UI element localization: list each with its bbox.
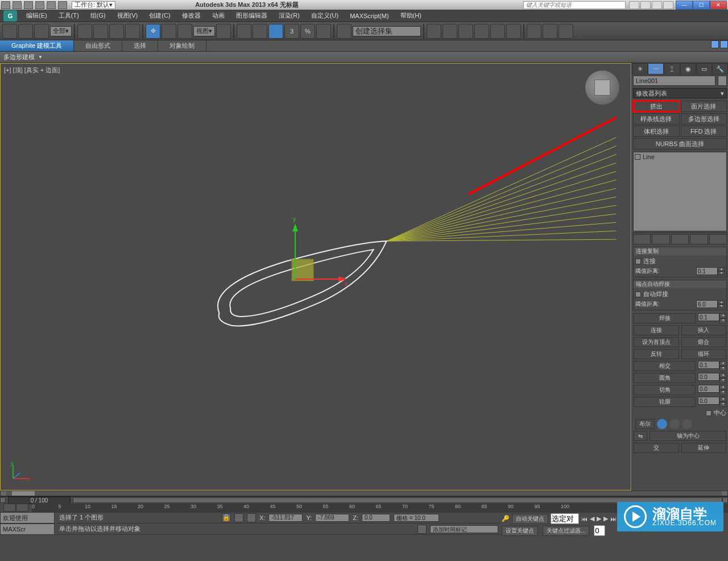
absolute-mode-icon[interactable] <box>234 513 243 522</box>
help-search-input[interactable] <box>523 1 626 9</box>
scrollbar-thumb[interactable] <box>12 491 35 496</box>
chamfer-spinner[interactable]: ▴▾ <box>698 385 726 395</box>
bool-intersect-icon[interactable] <box>682 419 692 429</box>
menu-tools[interactable]: 工具(T) <box>53 10 85 22</box>
intersect-button[interactable]: 相交 <box>634 361 696 371</box>
fuse-button[interactable]: 熔合 <box>681 337 727 347</box>
modifier-volume-select[interactable]: 体积选择 <box>633 126 680 137</box>
cycle-button[interactable]: 循环 <box>681 349 727 359</box>
ribbon-subtab-polymodel[interactable]: 多边形建模 <box>3 53 35 61</box>
select-scale-icon[interactable] <box>177 24 192 39</box>
xyz-icon[interactable] <box>247 513 256 522</box>
modifier-ffd-select[interactable]: FFD 选择 <box>681 126 727 137</box>
connect-checkbox[interactable]: 连接 <box>635 257 725 265</box>
rollout-header[interactable]: 连接复制 <box>634 247 726 255</box>
modify-tab-icon[interactable]: 〰 <box>648 63 664 74</box>
menu-create[interactable]: 创建(C) <box>143 10 176 22</box>
maxscript-listener[interactable]: MAXScr <box>0 523 55 535</box>
time-icon1[interactable] <box>3 504 16 512</box>
scroll-left-icon[interactable] <box>1 491 6 496</box>
intersect-spinner[interactable]: ▴▾ <box>698 361 726 371</box>
ribbon-tab-graphite[interactable]: Graphite 建模工具 <box>0 40 74 51</box>
undo-icon[interactable] <box>35 1 44 9</box>
play-start-icon[interactable]: ⏮ <box>581 516 588 522</box>
play-prev-icon[interactable]: ◀ <box>590 515 594 522</box>
menu-rendering[interactable]: 渲染(R) <box>273 10 305 22</box>
star-icon[interactable] <box>652 1 662 9</box>
material-editor-icon[interactable] <box>506 24 521 39</box>
search-go-icon[interactable] <box>629 1 639 9</box>
insert-button[interactable]: 插入 <box>681 325 727 335</box>
stack-expand-icon[interactable] <box>635 154 640 160</box>
auto-key-button[interactable]: 自动关键点 <box>512 514 548 524</box>
redo-icon[interactable] <box>47 1 56 9</box>
schematic-view-icon[interactable] <box>490 24 505 39</box>
weld-spinner[interactable]: ▴▾ <box>698 313 726 323</box>
make-unique-icon[interactable] <box>671 234 689 244</box>
weld-button[interactable]: 焊接 <box>634 313 696 323</box>
menu-views[interactable]: 视图(V) <box>111 10 144 22</box>
window-crossing-icon[interactable] <box>125 24 140 39</box>
set-key-button[interactable]: 设置关键点 <box>502 526 538 536</box>
select-object-icon[interactable] <box>77 24 92 39</box>
center-checkbox[interactable]: 中心 <box>634 409 726 417</box>
display-tab-icon[interactable]: ▭ <box>696 63 712 74</box>
select-move-icon[interactable]: ✥ <box>146 24 160 39</box>
show-end-result-icon[interactable] <box>652 234 669 244</box>
time-tag-icon[interactable] <box>417 525 427 534</box>
current-frame-field[interactable] <box>594 525 605 536</box>
chamfer-button[interactable]: 切角 <box>634 385 696 395</box>
menu-modifiers[interactable]: 修改器 <box>176 10 206 22</box>
modifier-extrude[interactable]: 挤出 <box>633 101 680 112</box>
use-pivot-icon[interactable] <box>216 24 231 39</box>
curve-editor-icon[interactable] <box>474 24 489 39</box>
viewport[interactable]: [+] [顶] [真实 + 边面] <box>0 63 631 491</box>
utilities-tab-icon[interactable]: 🔧 <box>712 63 728 74</box>
outline-button[interactable]: 轮廓 <box>634 397 696 407</box>
maximize-button[interactable]: ☐ <box>693 1 710 10</box>
motion-tab-icon[interactable]: ◉ <box>680 63 696 74</box>
threshold-spinner[interactable]: ▴▾ <box>696 267 725 275</box>
select-region-icon[interactable] <box>109 24 124 39</box>
menu-group[interactable]: 组(G) <box>85 10 111 22</box>
viewport-scrollbar-h[interactable] <box>0 491 728 496</box>
lock-selection-icon[interactable]: 🔒 <box>222 513 231 522</box>
y-coord-field[interactable] <box>315 514 349 522</box>
modifier-stack[interactable]: Line <box>633 152 727 231</box>
configure-sets-icon[interactable] <box>709 234 727 244</box>
time-left-icon[interactable] <box>0 497 6 503</box>
help-icon[interactable] <box>663 1 673 9</box>
fillet-button[interactable]: 圆角 <box>634 373 696 383</box>
scroll-right-icon[interactable] <box>722 491 727 496</box>
link-icon[interactable] <box>58 1 67 9</box>
time-icon2[interactable] <box>16 504 28 512</box>
select-link-icon[interactable] <box>2 24 17 39</box>
reverse-button[interactable]: 反转 <box>634 349 679 359</box>
menu-graph-editors[interactable]: 图形编辑器 <box>230 10 273 22</box>
menu-maxscript[interactable]: MAXScript(M) <box>344 10 394 22</box>
selection-filter-dropdown[interactable]: 全部 ▾ <box>50 26 72 36</box>
ribbon-tab-selection[interactable]: 选择 <box>122 40 158 51</box>
play-end-icon[interactable]: ⏭ <box>610 516 617 522</box>
edit-named-sel-icon[interactable] <box>337 24 351 39</box>
modifier-face-select[interactable]: 面片选择 <box>681 101 727 112</box>
keyboard-shortcut-icon[interactable] <box>253 24 267 39</box>
color-swatch[interactable] <box>718 76 727 86</box>
select-by-name-icon[interactable] <box>93 24 108 39</box>
rollout-header[interactable]: 端点自动焊接 <box>634 280 726 288</box>
play-next-icon[interactable]: ▶ <box>603 515 608 522</box>
object-name-field[interactable]: Line001 <box>633 76 715 86</box>
pin-stack-icon[interactable] <box>633 234 651 244</box>
open-icon[interactable] <box>13 1 22 9</box>
menu-help[interactable]: 帮助(H) <box>395 10 427 22</box>
bind-spacewarp-icon[interactable] <box>34 24 49 39</box>
ribbon-tab-freeform[interactable]: 自由形式 <box>74 40 122 51</box>
stack-item-line[interactable]: Line <box>635 153 725 160</box>
manipulate-icon[interactable] <box>237 24 251 39</box>
play-icon[interactable]: ▶ <box>597 515 601 522</box>
x-coord-field[interactable] <box>268 514 303 522</box>
minimize-button[interactable]: — <box>676 1 693 10</box>
set-first-button[interactable]: 设为首顶点 <box>634 337 679 347</box>
save-icon[interactable] <box>24 1 33 9</box>
render-setup-icon[interactable] <box>527 24 541 39</box>
